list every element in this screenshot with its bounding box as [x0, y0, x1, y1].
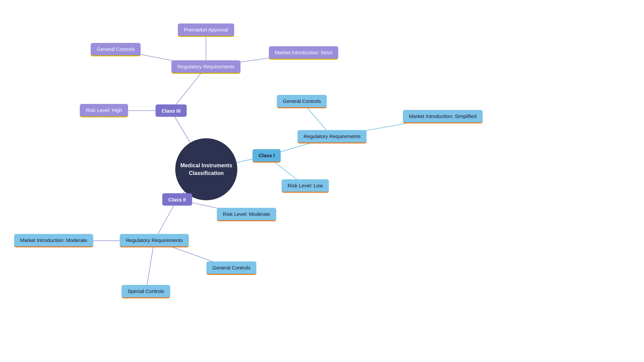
svg-line-15 [146, 241, 154, 292]
risk-low-label: Risk Level: Low [287, 183, 323, 188]
risk-high-label: Risk Level: High [86, 107, 122, 113]
class-ii-label: Class II [168, 197, 186, 202]
risk-high-node[interactable]: Risk Level: High [80, 104, 128, 117]
class-iii-node[interactable]: Class III [156, 105, 187, 117]
gen-ctrl-ii-label: General Controls [212, 265, 250, 270]
reg-req-ii-node[interactable]: Regulatory Requirements [120, 234, 189, 247]
special-ctrl-label: Special Controls [127, 288, 164, 294]
special-ctrl-node[interactable]: Special Controls [121, 285, 170, 298]
center-node: Medical Instruments Classification [175, 138, 237, 200]
mkt-mod-node[interactable]: Market Introduction: Moderate [14, 234, 93, 247]
gen-ctrl-i-node[interactable]: General Controls [277, 95, 327, 108]
gen-ctrl-iii-node[interactable]: General Controls [91, 43, 141, 56]
risk-mod-label: Risk Level: Moderate [223, 211, 270, 217]
class-iii-label: Class III [162, 108, 181, 114]
center-label: Medical Instruments Classification [175, 162, 237, 177]
reg-req-i-label: Regulatory Requirements [304, 133, 361, 139]
premarket-approval-label: Premarket Approval [184, 27, 228, 33]
risk-mod-node[interactable]: Risk Level: Moderate [217, 208, 276, 221]
class-i-node[interactable]: Class I [253, 149, 281, 163]
reg-req-ii-label: Regulatory Requirements [126, 237, 183, 243]
reg-req-iii-label: Regulatory Requirements [177, 64, 234, 69]
class-ii-node[interactable]: Class II [162, 193, 192, 206]
premarket-approval-node[interactable]: Premarket Approval [178, 23, 234, 37]
reg-req-iii-node[interactable]: Regulatory Requirements [171, 60, 240, 74]
mkt-simplified-node[interactable]: Market Introduction: Simplified [403, 110, 483, 123]
risk-low-node[interactable]: Risk Level: Low [281, 179, 329, 193]
mkt-simplified-label: Market Introduction: Simplified [409, 113, 477, 119]
mkt-strict-label: Market Introduction: Strict [275, 50, 332, 55]
class-i-label: Class I [259, 153, 275, 158]
gen-ctrl-iii-label: General Controls [97, 46, 135, 52]
mkt-mod-label: Market Introduction: Moderate [20, 237, 87, 243]
reg-req-i-node[interactable]: Regulatory Requirements [298, 130, 367, 143]
mkt-strict-node[interactable]: Market Introduction: Strict [269, 46, 338, 60]
gen-ctrl-i-label: General Controls [283, 98, 321, 104]
gen-ctrl-ii-node[interactable]: General Controls [206, 261, 256, 275]
